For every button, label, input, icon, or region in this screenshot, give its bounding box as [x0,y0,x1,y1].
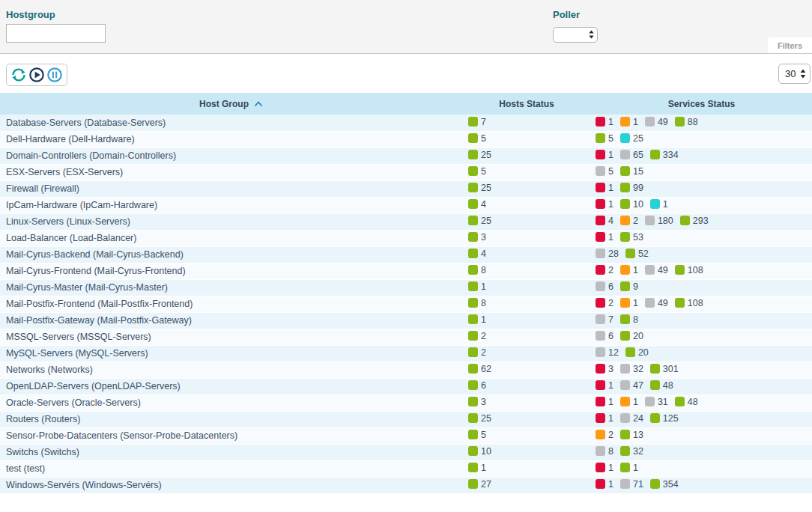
hosts-status-ok[interactable]: 1 [468,281,486,292]
services-status-ok[interactable]: 20 [625,347,649,358]
services-status-pending[interactable]: 1 [650,199,668,210]
hostgroup-name-link[interactable]: MSSQL-Servers (MSSQL-Servers) [0,329,462,345]
hosts-status-ok[interactable]: 27 [468,479,491,490]
services-status-critical[interactable]: 3 [596,364,613,374]
services-status-unknown[interactable]: 49 [645,298,668,308]
services-status-unknown[interactable]: 71 [620,479,643,490]
hostgroup-name-link[interactable]: Dell-Hardware (Dell-Hardware) [0,131,462,147]
hosts-status-ok[interactable]: 8 [468,298,486,308]
hostgroup-name-link[interactable]: IpCam-Hardware (IpCam-Hardware) [0,197,462,213]
column-header-services-status[interactable]: Services Status [591,93,812,115]
services-status-ok[interactable]: 334 [650,150,679,160]
services-status-ok[interactable]: 32 [620,446,643,457]
hosts-status-ok[interactable]: 25 [468,413,491,424]
services-status-ok[interactable]: 1 [620,463,638,473]
page-size-select[interactable]: 30 [778,64,811,84]
services-status-ok[interactable]: 88 [675,117,698,127]
services-status-warning[interactable]: 1 [620,397,638,407]
services-status-critical[interactable]: 1 [596,397,613,407]
services-status-critical[interactable]: 1 [596,117,613,127]
services-status-pending[interactable]: 25 [620,133,643,144]
services-status-ok[interactable]: 9 [620,281,638,292]
services-status-warning[interactable]: 1 [620,117,638,127]
services-status-unknown[interactable]: 24 [620,413,643,424]
hostgroup-name-link[interactable]: Sensor-Probe-Datacenters (Sensor-Probe-D… [0,427,462,444]
services-status-ok[interactable]: 20 [620,331,643,341]
services-status-warning[interactable]: 2 [596,430,613,440]
hostgroup-name-link[interactable]: Mail-Cyrus-Frontend (Mail-Cyrus-Frontend… [0,263,462,279]
hosts-status-ok[interactable]: 6 [468,380,486,391]
hostgroup-name-link[interactable]: Load-Balancer (Load-Balancer) [0,230,462,246]
services-status-ok[interactable]: 8 [620,314,638,325]
play-button[interactable] [28,67,45,83]
services-status-ok[interactable]: 293 [680,216,709,226]
services-status-ok[interactable]: 10 [620,199,643,210]
hosts-status-ok[interactable]: 25 [468,216,491,226]
services-status-unknown[interactable]: 6 [596,331,613,341]
refresh-button[interactable] [10,67,27,83]
hostgroup-name-link[interactable]: Networks (Networks) [0,362,462,378]
services-status-ok[interactable]: 99 [620,183,643,193]
hostgroup-name-link[interactable]: Database-Servers (Database-Servers) [0,115,462,131]
hostgroup-name-link[interactable]: Windows-Servérs (Windows-Servérs) [0,477,462,493]
hosts-status-ok[interactable]: 10 [468,446,491,457]
services-status-unknown[interactable]: 28 [596,249,619,259]
services-status-warning[interactable]: 2 [620,216,638,226]
services-status-ok[interactable]: 15 [620,166,643,177]
column-header-hosts-status[interactable]: Hosts Status [462,93,591,115]
services-status-critical[interactable]: 1 [596,413,613,424]
services-status-ok[interactable]: 108 [675,298,703,308]
services-status-ok[interactable]: 52 [625,249,649,259]
hosts-status-ok[interactable]: 62 [468,364,491,374]
services-status-unknown[interactable]: 180 [645,216,673,226]
services-status-critical[interactable]: 2 [596,298,613,308]
services-status-critical[interactable]: 1 [596,380,613,391]
hostgroup-name-link[interactable]: Routers (Routers) [0,411,462,427]
hosts-status-ok[interactable]: 1 [468,314,486,325]
hostgroup-name-link[interactable]: Mail-Cyrus-Backend (Mail-Cyrus-Backend) [0,246,462,263]
pause-button[interactable] [46,67,63,83]
services-status-warning[interactable]: 1 [620,298,638,308]
services-status-critical[interactable]: 1 [596,232,613,243]
hostgroup-name-link[interactable]: Switchs (Switchs) [0,444,462,460]
services-status-unknown[interactable]: 65 [620,150,643,160]
services-status-critical[interactable]: 1 [596,479,613,490]
hostgroup-name-link[interactable]: Domain-Controllers (Domain-Controllers) [0,147,462,164]
services-status-unknown[interactable]: 49 [645,265,668,275]
services-status-critical[interactable]: 2 [596,265,613,275]
filters-toggle-tab[interactable]: Filters [768,37,812,53]
services-status-unknown[interactable]: 8 [596,446,613,457]
hosts-status-ok[interactable]: 5 [468,430,486,440]
services-status-ok[interactable]: 53 [620,232,643,243]
hostgroup-name-link[interactable]: Mail-Cyrus-Master (Mail-Cyrus-Master) [0,279,462,296]
hosts-status-ok[interactable]: 7 [468,117,486,127]
hostgroup-name-link[interactable]: test (test) [0,460,462,477]
services-status-critical[interactable]: 1 [596,150,613,160]
services-status-unknown[interactable]: 47 [620,380,643,391]
hosts-status-ok[interactable]: 1 [468,463,486,473]
hostgroup-name-link[interactable]: Linux-Servers (Linux-Servers) [0,213,462,230]
hostgroup-name-link[interactable]: Oracle-Servers (Oracle-Servers) [0,394,462,411]
services-status-critical[interactable]: 1 [596,183,613,193]
services-status-warning[interactable]: 1 [620,265,638,275]
poller-select[interactable] [553,27,598,43]
hostgroup-name-link[interactable]: ESX-Servers (ESX-Servers) [0,164,462,180]
services-status-critical[interactable]: 1 [596,463,613,473]
hostgroup-name-link[interactable]: Firewall (Firewall) [0,180,462,197]
hosts-status-ok[interactable]: 8 [468,265,486,275]
hosts-status-ok[interactable]: 3 [468,232,486,243]
column-header-host-group[interactable]: Host Group [0,93,462,115]
services-status-critical[interactable]: 1 [596,199,613,210]
services-status-ok[interactable]: 5 [596,133,613,144]
services-status-ok[interactable]: 48 [650,380,673,391]
hostgroup-input[interactable] [6,24,106,43]
services-status-unknown[interactable]: 5 [596,166,613,177]
hosts-status-ok[interactable]: 25 [468,150,491,160]
hosts-status-ok[interactable]: 4 [468,249,486,259]
services-status-ok[interactable]: 301 [650,364,679,374]
services-status-ok[interactable]: 354 [650,479,679,490]
hosts-status-ok[interactable]: 4 [468,199,486,210]
hostgroup-name-link[interactable]: OpenLDAP-Servers (OpenLDAP-Servers) [0,378,462,394]
services-status-ok[interactable]: 108 [675,265,703,275]
hostgroup-name-link[interactable]: Mail-Postfix-Gateway (Mail-Postfix-Gatew… [0,312,462,329]
